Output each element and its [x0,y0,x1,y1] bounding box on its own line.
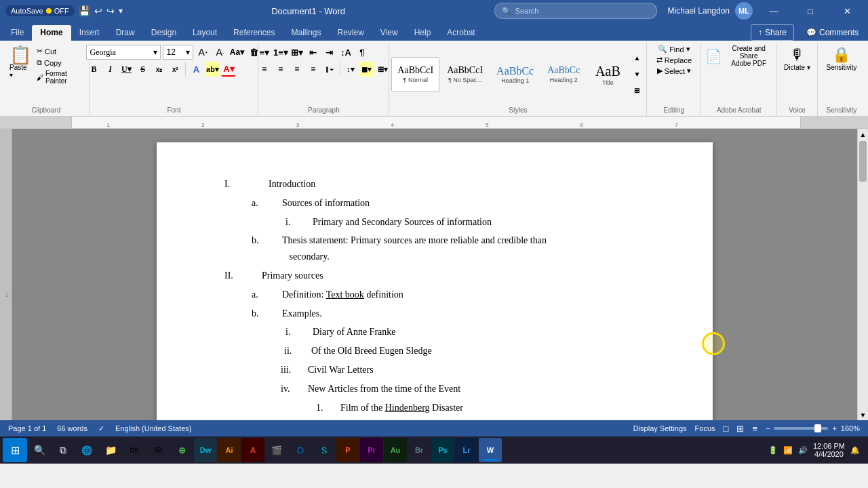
powerpoint-taskbar-icon[interactable]: P [336,438,359,462]
restore-button[interactable]: □ [795,0,826,22]
styles-scroll-down[interactable]: ▼ [629,67,644,82]
scroll-down-button[interactable]: ▼ [858,409,868,420]
tab-file[interactable]: File [3,25,32,41]
shading-button[interactable]: ◼▾ [359,62,374,77]
tab-mailings[interactable]: Mailings [283,25,329,41]
italic-button[interactable]: I [102,62,117,77]
file-explorer-taskbar-icon[interactable]: 📁 [99,438,122,462]
comments-button[interactable]: 💬 Comments [800,25,865,40]
superscript-button[interactable]: x² [167,62,182,77]
zoom-in-button[interactable]: + [832,424,836,432]
borders-button[interactable]: ⊞▾ [376,62,391,77]
customize-icon[interactable]: ▾ [119,6,123,16]
redo-icon[interactable]: ↪ [106,5,115,16]
start-button[interactable]: ⊞ [3,438,27,462]
increase-indent-button[interactable]: ⇥ [322,45,337,60]
tab-review[interactable]: Review [330,25,372,41]
mail-taskbar-icon[interactable]: ✉ [146,438,170,462]
task-view-button[interactable]: ⧉ [52,438,75,462]
increase-font-button[interactable]: A+ [195,45,210,60]
save-icon[interactable]: 💾 [79,5,90,16]
decrease-indent-button[interactable]: ⇤ [306,45,321,60]
store-taskbar-icon[interactable]: 🛍 [123,438,146,462]
scroll-thumb[interactable] [859,141,867,182]
search-taskbar-button[interactable]: 🔍 [28,438,51,462]
decrease-font-button[interactable]: A- [212,45,227,60]
tab-insert[interactable]: Insert [71,25,108,41]
subscript-button[interactable]: x₂ [151,62,166,77]
animate-taskbar-icon[interactable]: 🎬 [265,438,288,462]
audition-taskbar-icon[interactable]: Au [384,438,407,462]
styles-scroll-up[interactable]: ▲ [629,51,644,66]
create-share-pdf-button[interactable]: 📄 Create and ShareAdobe PDF [705,45,772,67]
find-button[interactable]: 🔍 Find ▾ [658,45,690,54]
tab-draw[interactable]: Draw [108,25,143,41]
dreamweaver-taskbar-icon[interactable]: Dw [194,438,217,462]
tab-help[interactable]: Help [406,25,439,41]
style-normal[interactable]: AaBbCcI ¶ Normal [391,57,439,92]
outlook-taskbar-icon[interactable]: O [289,438,312,462]
multilevel-button[interactable]: ⊞▾ [290,45,304,60]
tab-design[interactable]: Design [143,25,184,41]
edge-taskbar-icon[interactable]: 🌐 [75,438,98,462]
highlight-button[interactable]: ab▾ [205,62,220,77]
zoom-slider[interactable] [774,427,828,430]
strikethrough-button[interactable]: S [135,62,150,77]
select-button[interactable]: ▶ Select ▾ [657,66,692,75]
search-box[interactable]: 🔍 Search [494,3,657,19]
tab-home[interactable]: Home [32,25,71,41]
lightroom-taskbar-icon[interactable]: Lr [455,438,478,462]
align-center-button[interactable]: ≡ [273,62,288,77]
bridge-taskbar-icon[interactable]: Br [408,438,431,462]
vertical-scrollbar[interactable]: ▲ ▼ [857,129,868,420]
line-spacing-button[interactable]: ↕▾ [343,62,358,77]
reader-icon[interactable]: ≡ [752,424,757,434]
sensitivity-button[interactable]: 🔒 Sensitivity [826,46,856,71]
language[interactable]: English (United States) [115,424,192,432]
show-formatting-button[interactable]: ¶ [355,45,370,60]
undo-icon[interactable]: ↩ [94,5,102,16]
display-settings-button[interactable]: Display Settings [633,424,687,432]
scroll-track[interactable] [858,140,868,409]
styles-expand[interactable]: ⊞ [629,83,644,98]
bold-button[interactable]: B [86,62,101,77]
tab-acrobat[interactable]: Acrobat [439,25,483,41]
share-button[interactable]: ↑ Share [751,24,794,41]
illustrator-taskbar-icon[interactable]: Ai [218,438,241,462]
copy-button[interactable]: ⧉ Copy [35,58,85,68]
web-layout-icon[interactable]: ⊞ [736,424,744,434]
close-button[interactable]: ✕ [831,0,863,22]
align-right-button[interactable]: ≡ [290,62,304,77]
cut-button[interactable]: ✂ Cut [35,46,85,56]
columns-button[interactable]: ⫿▾ [322,62,337,77]
tab-view[interactable]: View [372,25,406,41]
text-effects-button[interactable]: A [189,62,203,77]
underline-button[interactable]: U▾ [119,62,134,77]
print-layout-icon[interactable]: □ [724,424,729,434]
zoom-out-button[interactable]: − [766,424,770,432]
tab-references[interactable]: References [225,25,283,41]
skype-taskbar-icon[interactable]: S [313,438,336,462]
dictate-button[interactable]: 🎙 Dictate ▾ [784,46,810,71]
font-color-button[interactable]: A▾ [221,62,236,77]
style-title[interactable]: AaB Title [587,57,628,92]
acrobat-taskbar-icon[interactable]: A [241,438,264,462]
paste-button[interactable]: 📋 Paste ▾ [7,45,34,80]
style-heading2[interactable]: AaBbCc Heading 2 [541,57,586,92]
font-name-selector[interactable]: Georgia ▾ [86,45,161,60]
autosave-badge[interactable]: AutoSave OFF [5,5,75,16]
numbering-button[interactable]: 1≡▾ [273,45,288,60]
chrome-taskbar-icon[interactable]: ⊕ [170,438,193,462]
scroll-up-button[interactable]: ▲ [858,129,868,140]
minimize-button[interactable]: — [758,0,789,22]
photoshop-taskbar-icon[interactable]: Ps [431,438,454,462]
word-taskbar-icon[interactable]: W [479,438,502,462]
focus-button[interactable]: Focus [695,424,715,432]
replace-button[interactable]: ⇄ Replace [656,56,692,64]
tab-layout[interactable]: Layout [184,25,225,41]
premiere-taskbar-icon[interactable]: Pr [360,438,383,462]
align-left-button[interactable]: ≡ [257,62,272,77]
justify-button[interactable]: ≡ [306,62,321,77]
style-no-spacing[interactable]: AaBbCcI ¶ No Spac... [441,57,489,92]
format-painter-button[interactable]: 🖌 Format Painter [35,69,85,85]
